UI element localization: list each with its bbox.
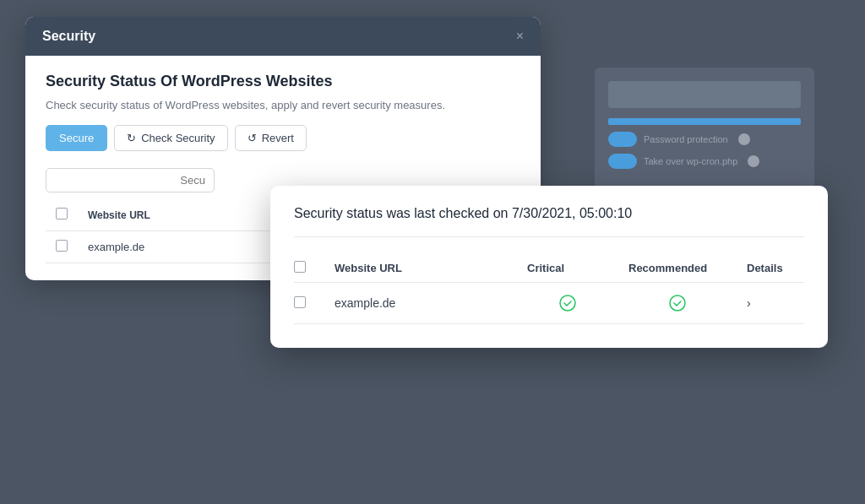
- dialog-header: Security ×: [25, 17, 541, 56]
- svg-point-1: [670, 295, 685, 311]
- bg-toggle-password-label: Password protection: [644, 134, 728, 144]
- popup-table-header-row: Website URL Critical Recommended Details: [294, 254, 804, 283]
- popup-td-recommended: [618, 283, 737, 324]
- popup-row-checkbox[interactable]: [294, 296, 306, 308]
- dialog-title: Security: [42, 29, 95, 44]
- critical-check-icon: [527, 295, 608, 312]
- check-security-label: Check Security: [141, 132, 215, 144]
- dialog-subtitle: Security Status Of WordPress Websites: [46, 73, 520, 90]
- back-header-checkbox[interactable]: [56, 208, 68, 219]
- popup-table-row: example.de: [294, 283, 804, 324]
- bg-toggle-cron-label: Take over wp-cron.php: [644, 156, 737, 166]
- bg-toggle-row-1: Password protection: [608, 132, 801, 147]
- secure-button[interactable]: Secure: [46, 125, 107, 151]
- popup-header-checkbox[interactable]: [294, 261, 306, 273]
- popup-status-text: Security status was last checked on 7/30…: [294, 206, 632, 221]
- popup-dialog: Security status was last checked on 7/30…: [270, 186, 828, 348]
- background-ui-panel: Password protection Take over wp-cron.ph…: [595, 68, 814, 189]
- bg-toggle-password: [608, 132, 637, 147]
- revert-button[interactable]: ↺ Revert: [235, 125, 307, 151]
- revert-icon: ↺: [248, 132, 257, 144]
- popup-th-checkbox: [294, 254, 324, 283]
- back-td-checkbox: [46, 231, 78, 263]
- bg-info-icon-1: [738, 133, 750, 145]
- svg-point-0: [560, 295, 575, 311]
- back-row-checkbox[interactable]: [56, 240, 68, 252]
- bg-bar: [608, 118, 801, 125]
- popup-td-critical: [517, 283, 618, 324]
- bg-info-icon-2: [748, 155, 759, 167]
- popup-td-url: example.de: [324, 283, 517, 324]
- popup-th-url: Website URL: [324, 254, 517, 283]
- dialog-actions: Secure ↻ Check Security ↺ Revert: [46, 125, 520, 151]
- popup-th-critical: Critical: [517, 254, 618, 283]
- recommended-check-icon: [628, 295, 726, 312]
- popup-status-row: Security status was last checked on 7/30…: [294, 206, 804, 237]
- bg-toggle-row-2: Take over wp-cron.php: [608, 154, 801, 169]
- popup-table: Website URL Critical Recommended Details…: [294, 254, 804, 324]
- check-security-button[interactable]: ↻ Check Security: [114, 125, 227, 151]
- popup-th-recommended: Recommended: [618, 254, 737, 283]
- details-chevron-icon[interactable]: ›: [747, 296, 751, 310]
- popup-body: Security status was last checked on 7/30…: [270, 186, 828, 348]
- dialog-description: Check security status of WordPress websi…: [46, 99, 520, 111]
- dialog-close-button[interactable]: ×: [516, 30, 524, 43]
- bg-toggle-cron: [608, 154, 637, 169]
- popup-td-details[interactable]: ›: [737, 283, 804, 324]
- bg-input: [608, 81, 801, 108]
- revert-label: Revert: [262, 132, 294, 144]
- search-input[interactable]: [46, 168, 215, 192]
- refresh-icon: ↻: [127, 132, 136, 144]
- popup-th-details: Details: [737, 254, 804, 283]
- popup-td-checkbox: [294, 283, 324, 324]
- back-th-checkbox: [46, 199, 78, 231]
